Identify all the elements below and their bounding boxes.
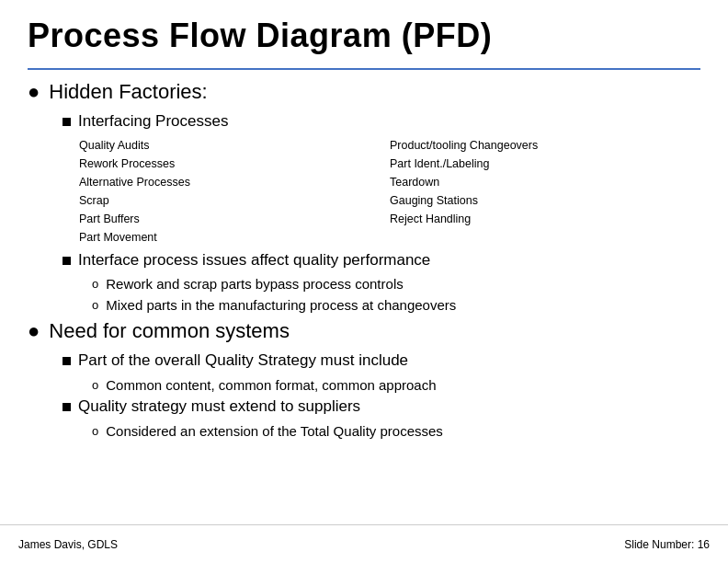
slide: Process Flow Diagram (PFD) ● Hidden Fact… (0, 0, 728, 563)
bullet-l1-text: Need for common systems (49, 318, 290, 345)
interfacing-col-right: Product/tooling Changeovers Part Ident./… (390, 136, 700, 247)
bullet-l1-dot: ● (28, 80, 40, 104)
slide-title: Process Flow Diagram (PFD) (28, 17, 700, 55)
list-item: Part Buffers (79, 210, 390, 228)
bullet-l2-square (63, 357, 71, 365)
list-item: Teardown (390, 173, 700, 191)
bullet-l2-text: Interface process issues affect quality … (78, 250, 430, 271)
bullet-l3-text: Rework and scrap parts bypass process co… (106, 274, 403, 293)
list-item: Gauging Stations (390, 191, 700, 210)
list-item: Part Ident./Labeling (390, 155, 700, 173)
bullet-quality-strategy-extend: Quality strategy must extend to supplier… (63, 396, 700, 418)
bullet-l1-dot: ● (28, 319, 40, 343)
bullet-l3-dot: o (92, 423, 98, 440)
bullet-l2-text: Part of the overall Quality Strategy mus… (78, 350, 408, 372)
bullet-l3-dot: o (92, 276, 98, 293)
bullet-l1-text: Hidden Factories: (49, 79, 207, 106)
footer-slide-number: Slide Number: 16 (624, 538, 710, 551)
footer-author: James Davis, GDLS (18, 538, 118, 551)
bullet-need-common: ● Need for common systems (28, 318, 700, 345)
bullet-l2-square (63, 118, 71, 126)
list-item: Rework Processes (79, 155, 390, 173)
list-item: Alternative Processes (79, 173, 390, 191)
list-item: Part Movement (79, 228, 390, 247)
bullet-l3-text: Mixed parts in the manufacturing process… (106, 295, 456, 315)
bullet-l3-dot: o (92, 377, 98, 394)
list-item: Quality Audits (79, 136, 390, 155)
interfacing-cols: Quality Audits Rework Processes Alternat… (79, 136, 700, 247)
bullet-interfacing-processes: Interfacing Processes (63, 111, 700, 132)
bullet-interface-issues: Interface process issues affect quality … (63, 250, 700, 271)
bullet-extension-tqp: o Considered an extension of the Total Q… (92, 421, 700, 441)
bullet-mixed-parts: o Mixed parts in the manufacturing proce… (92, 295, 700, 315)
slide-footer: James Davis, GDLS Slide Number: 16 (0, 524, 728, 563)
slide-header: Process Flow Diagram (PFD) (0, 0, 728, 63)
bullet-l2-square (63, 403, 71, 411)
bullet-l3-dot: o (92, 297, 98, 314)
bullet-l3-text: Considered an extension of the Total Qua… (106, 421, 443, 441)
list-item: Scrap (79, 191, 390, 210)
bullet-rework-scrap: o Rework and scrap parts bypass process … (92, 274, 700, 293)
bullet-l2-square (63, 257, 71, 265)
interfacing-col-left: Quality Audits Rework Processes Alternat… (79, 136, 390, 247)
list-item: Reject Handling (390, 210, 700, 228)
bullet-l3-text: Common content, common format, common ap… (106, 375, 436, 395)
bullet-hidden-factories: ● Hidden Factories: (28, 79, 700, 106)
bullet-l2-text: Quality strategy must extend to supplier… (78, 396, 360, 418)
slide-content: ● Hidden Factories: Interfacing Processe… (0, 70, 728, 524)
list-item: Product/tooling Changeovers (390, 136, 700, 155)
bullet-quality-strategy: Part of the overall Quality Strategy mus… (63, 350, 700, 372)
bullet-common-content: o Common content, common format, common … (92, 375, 700, 395)
bullet-l2-text: Interfacing Processes (78, 111, 228, 132)
